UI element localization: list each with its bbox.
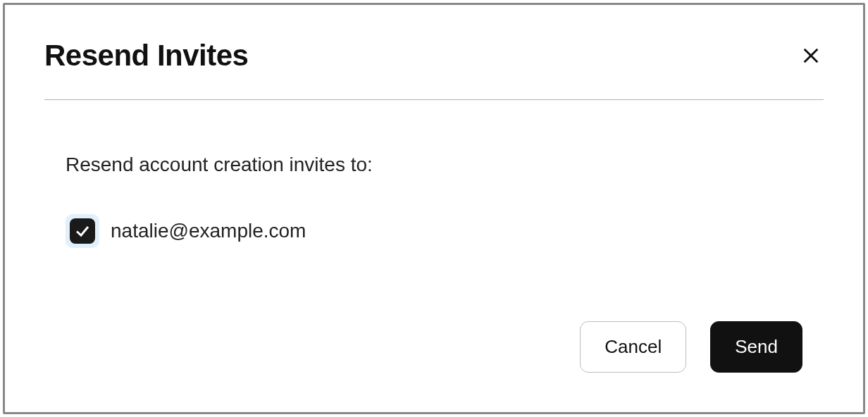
close-icon — [801, 46, 821, 66]
modal-footer: Cancel Send — [44, 321, 824, 378]
modal-body: Resend account creation invites to: nata… — [44, 100, 824, 321]
resend-invites-modal: Resend Invites Resend account creation i… — [3, 3, 865, 414]
check-icon — [74, 223, 91, 239]
close-button[interactable] — [798, 43, 824, 68]
cancel-button[interactable]: Cancel — [580, 321, 686, 373]
send-button[interactable]: Send — [710, 321, 802, 373]
modal-header: Resend Invites — [44, 39, 824, 100]
invite-row: natalie@example.com — [66, 214, 824, 248]
invite-checkbox[interactable] — [66, 214, 99, 248]
prompt-text: Resend account creation invites to: — [66, 154, 824, 176]
invite-email: natalie@example.com — [111, 220, 306, 242]
checkbox-checked-box — [70, 218, 95, 244]
modal-title: Resend Invites — [44, 39, 248, 73]
